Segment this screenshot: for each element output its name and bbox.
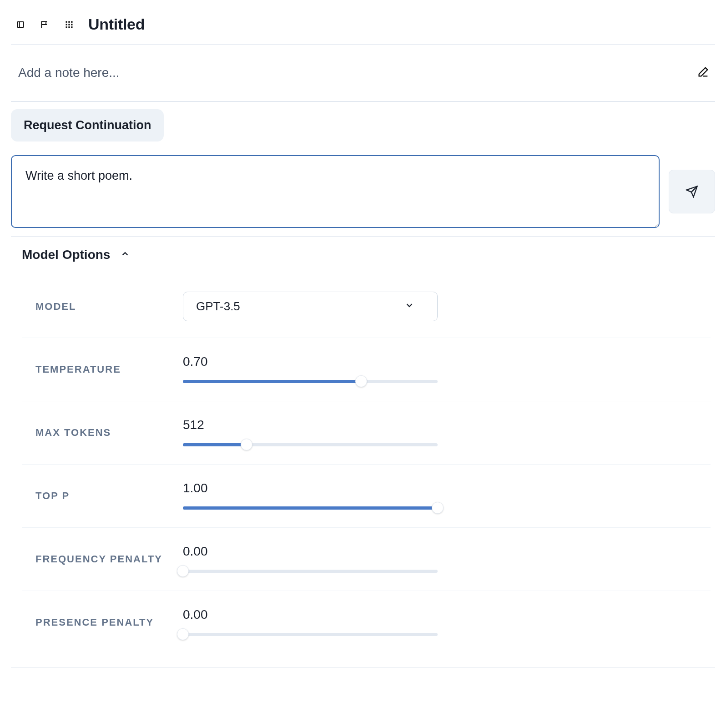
max-tokens-value: 512 xyxy=(183,418,438,432)
option-row-temperature: Temperature 0.70 xyxy=(22,338,711,401)
presence-penalty-slider[interactable] xyxy=(183,631,438,637)
note-placeholder[interactable]: Add a note here... xyxy=(18,66,120,80)
send-icon xyxy=(686,185,698,198)
model-options-heading: Model Options xyxy=(22,248,110,262)
chevron-up-icon xyxy=(120,249,130,261)
chevron-down-icon xyxy=(404,299,414,313)
option-label-temperature: Temperature xyxy=(22,364,181,375)
page-title: Untitled xyxy=(88,15,145,33)
option-label-model: Model xyxy=(22,301,181,313)
model-selected-value: GPT-3.5 xyxy=(196,299,240,313)
max-tokens-slider[interactable] xyxy=(183,441,438,448)
svg-rect-5 xyxy=(66,24,67,25)
prompt-input[interactable] xyxy=(11,155,660,228)
model-select[interactable]: GPT-3.5 xyxy=(183,292,438,321)
send-button[interactable] xyxy=(669,170,715,213)
model-options-toggle[interactable]: Model Options xyxy=(11,237,715,275)
request-continuation-tab[interactable]: Request Continuation xyxy=(11,109,164,142)
svg-rect-4 xyxy=(71,21,72,22)
option-row-frequency-penalty: Frequency Penalty 0.00 xyxy=(22,528,711,591)
panel-toggle-icon[interactable] xyxy=(16,20,25,29)
edit-note-icon[interactable] xyxy=(697,66,710,80)
option-label-max-tokens: Max Tokens xyxy=(22,427,181,439)
svg-rect-10 xyxy=(71,26,72,28)
option-row-max-tokens: Max Tokens 512 xyxy=(22,401,711,465)
svg-rect-6 xyxy=(68,24,70,25)
top-bar: Untitled xyxy=(11,9,715,45)
option-label-presence-penalty: Presence Penalty xyxy=(22,617,181,628)
svg-rect-0 xyxy=(17,22,24,27)
temperature-slider[interactable] xyxy=(183,378,438,384)
option-row-presence-penalty: Presence Penalty 0.00 xyxy=(22,591,711,654)
svg-rect-7 xyxy=(71,24,72,25)
top-p-slider[interactable] xyxy=(183,505,438,511)
temperature-value: 0.70 xyxy=(183,354,438,369)
svg-rect-2 xyxy=(66,21,67,22)
option-label-frequency-penalty: Frequency Penalty xyxy=(22,553,181,565)
svg-rect-8 xyxy=(66,26,67,28)
option-label-top-p: Top P xyxy=(22,490,181,502)
option-row-model: Model GPT-3.5 xyxy=(22,275,711,338)
apps-grid-icon[interactable] xyxy=(65,20,74,29)
top-p-value: 1.00 xyxy=(183,481,438,495)
presence-penalty-value: 0.00 xyxy=(183,607,438,622)
svg-rect-9 xyxy=(68,26,70,28)
frequency-penalty-slider[interactable] xyxy=(183,568,438,574)
frequency-penalty-value: 0.00 xyxy=(183,544,438,559)
note-row: Add a note here... xyxy=(11,45,715,101)
flag-icon[interactable] xyxy=(40,20,49,29)
option-row-top-p: Top P 1.00 xyxy=(22,465,711,528)
svg-rect-3 xyxy=(68,21,70,22)
